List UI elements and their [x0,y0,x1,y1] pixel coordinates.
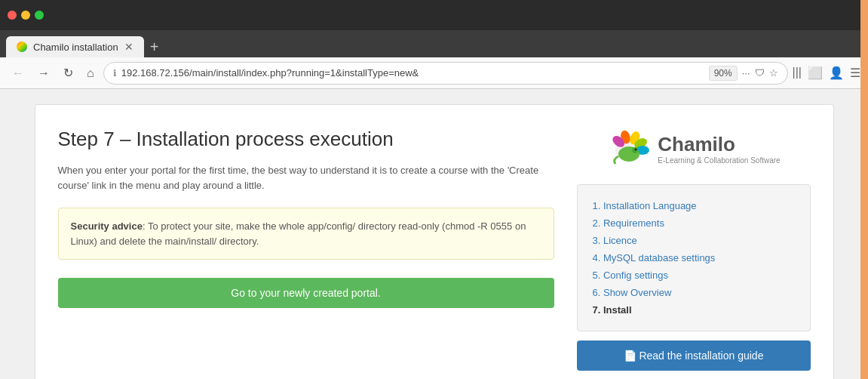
nav-bar: ← → ↻ ⌂ ℹ 192.168.72.156/main/install/in… [0,57,868,89]
chamilo-logo: Chamilo E-Learning & Collaboration Softw… [577,128,811,169]
chamilo-branding: Chamilo E-Learning & Collaboration Softw… [658,133,780,165]
guide-button-label: Read the installation guide [639,350,763,362]
menu-dots[interactable]: ··· [742,67,750,79]
security-icon: ℹ [113,68,117,79]
svg-point-8 [635,149,637,151]
bookmarks-icon[interactable]: ||| [793,66,802,80]
chamilo-tagline: E-Learning & Collaboration Software [658,156,780,165]
intro-text: When you enter your portal for the first… [58,163,554,193]
step-label-3: 3. Licence [593,235,637,246]
browser-icons: ||| ⬜ 👤 ☰ [793,66,860,80]
tab-close-button[interactable]: ✕ [124,41,133,53]
step-item-2[interactable]: 2. Requirements [593,214,795,232]
address-text: 192.168.72.156/main/install/index.php?ru… [121,67,704,79]
shield-icon: 🛡 [755,67,765,79]
read-guide-button[interactable]: 📄 Read the installation guide [577,340,811,371]
step-item-1[interactable]: 1. Installation Language [593,197,795,214]
home-button[interactable]: ⌂ [82,63,99,83]
tabs-icon[interactable]: ⬜ [808,66,823,80]
scrollbar[interactable] [860,0,868,379]
refresh-button[interactable]: ↻ [59,63,78,83]
maximize-window-button[interactable] [35,11,44,20]
page-background: Step 7 – Installation process execution … [0,89,868,379]
step-item-5[interactable]: 5. Config settings [593,267,795,284]
new-tab-button[interactable]: + [144,39,165,56]
steps-panel: 1. Installation Language 2. Requirements… [577,184,811,331]
go-to-portal-button[interactable]: Go to your newly created portal. [58,278,554,308]
chamilo-logo-icon [606,128,652,169]
close-window-button[interactable] [8,11,17,20]
step-item-4[interactable]: 4. MySQL database settings [593,249,795,267]
guide-icon: 📄 [624,350,636,362]
step-label-2: 2. Requirements [593,217,664,229]
browser-chrome: Chamilo installation ✕ + ← → ↻ ⌂ ℹ 192.1… [0,0,868,89]
profile-icon[interactable]: 👤 [829,66,844,80]
step-label-7: 7. Install [593,304,632,316]
step-item-6[interactable]: 6. Show Overview [593,284,795,301]
title-bar [0,0,868,30]
step-item-7: 7. Install [593,301,795,319]
security-advice-box: Security advice: To protect your site, m… [58,208,554,260]
back-button[interactable]: ← [8,63,29,83]
zoom-level: 90% [709,66,738,81]
tab-bar: Chamilo installation ✕ + [0,30,868,57]
sidebar: Chamilo E-Learning & Collaboration Softw… [577,128,811,371]
page-title: Step 7 – Installation process execution [58,128,554,151]
step-item-3[interactable]: 3. Licence [593,232,795,249]
bookmark-icon[interactable]: ☆ [769,67,778,79]
active-tab[interactable]: Chamilo installation ✕ [6,36,144,57]
forward-button[interactable]: → [33,63,54,83]
step-label-6: 6. Show Overview [593,287,672,298]
step-label-5: 5. Config settings [593,270,668,281]
security-advice-label: Security advice [71,220,143,232]
address-bar[interactable]: ℹ 192.168.72.156/main/install/index.php?… [103,62,788,85]
tab-favicon [17,42,27,52]
tab-title: Chamilo installation [33,42,118,53]
minimize-window-button[interactable] [21,11,30,20]
step-label-4: 4. MySQL database settings [593,252,716,263]
menu-icon[interactable]: ☰ [850,66,860,80]
window-controls [8,11,44,20]
chamilo-name: Chamilo [658,133,780,156]
install-container: Step 7 – Installation process execution … [35,104,834,379]
main-content: Step 7 – Installation process execution … [58,128,577,371]
step-link-1[interactable]: 1. Installation Language [593,200,697,211]
